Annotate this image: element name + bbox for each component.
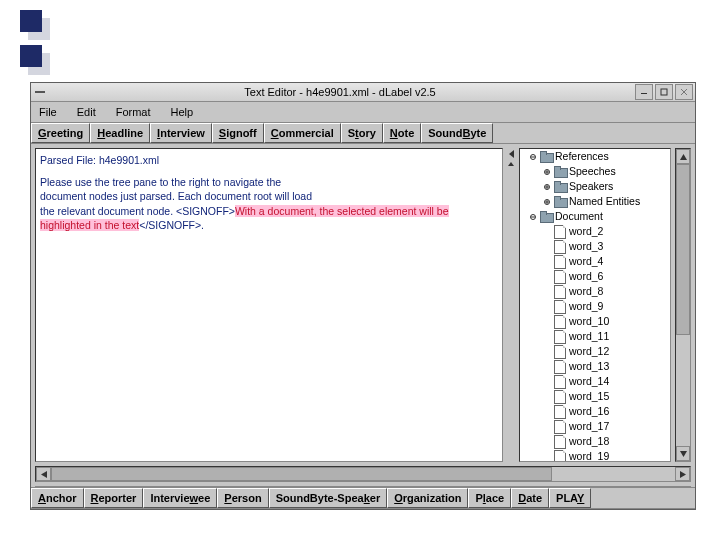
tree-row[interactable]: Speakers [520, 179, 670, 194]
tree-handle-none [543, 303, 551, 311]
document-icon [554, 255, 566, 269]
tree-row[interactable]: word_15 [520, 389, 670, 404]
tree-handle-closed-icon[interactable] [543, 183, 551, 191]
tree-row[interactable]: Speeches [520, 164, 670, 179]
vertical-scrollbar[interactable] [675, 148, 691, 462]
scroll-left-button[interactable] [36, 467, 51, 481]
maximize-button[interactable] [655, 84, 673, 100]
tree-row[interactable]: word_3 [520, 239, 670, 254]
text-pane[interactable]: Parsed File: h4e9901.xml Please use the … [35, 148, 503, 462]
tool-bottom-button-0[interactable]: Anchor [31, 488, 84, 508]
tool-bottom-button-7[interactable]: Date [511, 488, 549, 508]
window-title: Text Editor - h4e9901.xml - dLabel v2.5 [45, 86, 635, 98]
tree-row[interactable]: References [520, 149, 670, 164]
tree-handle-none [543, 408, 551, 416]
collapse-left-icon[interactable] [509, 150, 514, 158]
tree-label: word_18 [569, 434, 609, 449]
scroll-up-button[interactable] [676, 149, 690, 164]
tree-row[interactable]: word_16 [520, 404, 670, 419]
tree-handle-closed-icon[interactable] [543, 168, 551, 176]
minimize-button[interactable] [635, 84, 653, 100]
menu-file[interactable]: File [35, 104, 61, 120]
menu-help[interactable]: Help [167, 104, 198, 120]
tree-row[interactable]: word_10 [520, 314, 670, 329]
tree-handle-none [543, 453, 551, 461]
scroll-down-button[interactable] [676, 446, 690, 461]
tree-row[interactable]: word_9 [520, 299, 670, 314]
tree-handle-closed-icon[interactable] [543, 198, 551, 206]
tree-label: word_14 [569, 374, 609, 389]
tree-row[interactable]: word_12 [520, 344, 670, 359]
tool-top-button-7[interactable]: SoundByte [421, 123, 493, 143]
tool-bottom-button-3[interactable]: Person [217, 488, 268, 508]
tree-label: Speakers [569, 179, 613, 194]
tool-top-button-5[interactable]: Story [341, 123, 383, 143]
tree-label: Document [555, 209, 603, 224]
tree-row[interactable]: Document [520, 209, 670, 224]
tree-label: word_11 [569, 329, 609, 344]
split-divider[interactable] [507, 148, 515, 462]
tool-top-button-6[interactable]: Note [383, 123, 421, 143]
scroll-track[interactable] [676, 164, 690, 446]
scroll-track[interactable] [51, 467, 675, 481]
collapse-up-icon[interactable] [508, 162, 514, 166]
tool-bottom-button-8[interactable]: PLAY [549, 488, 591, 508]
tree-row[interactable]: word_8 [520, 284, 670, 299]
tree-row[interactable]: word_2 [520, 224, 670, 239]
toolbar-bottom: AnchorReporterIntervieweePersonSoundByte… [31, 487, 695, 509]
parsed-file-line: Parsed File: h4e9901.xml [40, 153, 498, 167]
document-icon [554, 315, 566, 329]
document-icon [554, 375, 566, 389]
tree-label: word_12 [569, 344, 609, 359]
tree-row[interactable]: word_11 [520, 329, 670, 344]
tool-top-button-4[interactable]: Commercial [264, 123, 341, 143]
close-button[interactable] [675, 84, 693, 100]
tool-bottom-button-5[interactable]: Organization [387, 488, 468, 508]
tree-pane[interactable]: ReferencesSpeechesSpeakersNamed Entities… [519, 148, 671, 462]
tool-top-button-1[interactable]: Headline [90, 123, 150, 143]
tool-top-button-3[interactable]: Signoff [212, 123, 264, 143]
scroll-thumb[interactable] [51, 467, 552, 481]
document-icon [554, 345, 566, 359]
tool-top-button-0[interactable]: Greeting [31, 123, 90, 143]
tool-bottom-button-1[interactable]: Reporter [84, 488, 144, 508]
folder-icon [540, 152, 552, 162]
tree-handle-none [543, 423, 551, 431]
tool-bottom-button-6[interactable]: Place [468, 488, 511, 508]
tree-row[interactable]: word_14 [520, 374, 670, 389]
document-icon [554, 270, 566, 284]
app-window: Text Editor - h4e9901.xml - dLabel v2.5 … [30, 82, 696, 510]
tree-row[interactable]: Named Entities [520, 194, 670, 209]
document-icon [554, 330, 566, 344]
title-bar[interactable]: Text Editor - h4e9901.xml - dLabel v2.5 [31, 83, 695, 102]
tree-row[interactable]: word_6 [520, 269, 670, 284]
document-icon [554, 450, 566, 463]
tree-label: word_2 [569, 224, 603, 239]
scroll-right-button[interactable] [675, 467, 690, 481]
tree-row[interactable]: word_18 [520, 434, 670, 449]
tool-top-button-2[interactable]: Interview [150, 123, 212, 143]
document-icon [554, 390, 566, 404]
tree-handle-none [543, 363, 551, 371]
tree-handle-open-icon[interactable] [529, 213, 537, 221]
tree-row[interactable]: word_19 [520, 449, 670, 462]
tree-handle-open-icon[interactable] [529, 153, 537, 161]
tree-row[interactable]: word_4 [520, 254, 670, 269]
tree-handle-none [543, 333, 551, 341]
tool-bottom-button-2[interactable]: Interviewee [143, 488, 217, 508]
document-icon [554, 435, 566, 449]
tree-row[interactable]: word_13 [520, 359, 670, 374]
menu-format[interactable]: Format [112, 104, 155, 120]
tree-label: word_6 [569, 269, 603, 284]
window-menu-icon[interactable] [35, 91, 45, 93]
svg-marker-20 [680, 471, 686, 478]
tool-bottom-button-4[interactable]: SoundByte-Speaker [269, 488, 388, 508]
document-icon [554, 360, 566, 374]
horizontal-scrollbar[interactable] [35, 466, 691, 482]
scroll-thumb[interactable] [676, 164, 690, 335]
tree-row[interactable]: word_17 [520, 419, 670, 434]
tree-handle-none [543, 228, 551, 236]
menu-edit[interactable]: Edit [73, 104, 100, 120]
folder-icon [554, 182, 566, 192]
document-icon [554, 405, 566, 419]
